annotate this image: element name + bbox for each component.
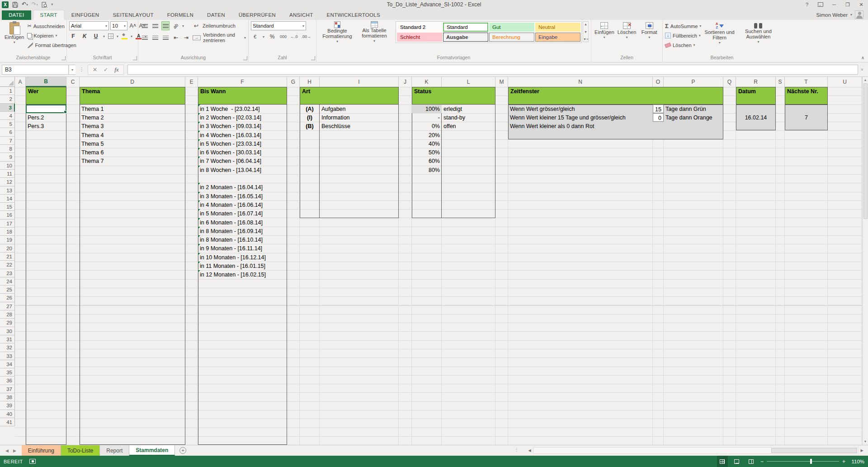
conditional-formatting-button[interactable]: Bedingte Formatierung▾ bbox=[319, 21, 356, 44]
cell-K6[interactable]: 20% bbox=[412, 131, 442, 139]
cell-D8[interactable]: Thema 6 bbox=[80, 148, 185, 157]
cell-F12[interactable]: in 2 Monaten - [16.04.14] bbox=[198, 183, 287, 191]
cell-H3[interactable]: (A) bbox=[300, 105, 320, 113]
datum-value[interactable]: 16.02.14 bbox=[736, 105, 776, 131]
cell-K4[interactable]: - bbox=[412, 113, 442, 122]
row-header-39[interactable]: 39 bbox=[0, 401, 15, 410]
cell-P3[interactable]: Tage dann Grün bbox=[664, 105, 723, 113]
cell-K7[interactable]: 40% bbox=[412, 139, 442, 148]
row-header-34[interactable]: 34 bbox=[0, 360, 15, 368]
ribbon-tab-start[interactable]: START bbox=[33, 10, 65, 20]
print-preview-icon[interactable] bbox=[42, 2, 47, 8]
cell-N3[interactable]: Wenn Wert grösser/gleich bbox=[508, 105, 653, 113]
cell-F18[interactable]: in 8 Monaten - [16.10.14] bbox=[198, 235, 287, 244]
row-header-38[interactable]: 38 bbox=[0, 393, 15, 401]
row-header-11[interactable]: 11 bbox=[0, 170, 15, 178]
font-family-select[interactable]: Arial▾ bbox=[69, 21, 109, 30]
column-header-S[interactable]: S bbox=[776, 77, 785, 87]
cell-F21[interactable]: in 11 Monaten - [16.01.15] bbox=[198, 262, 287, 270]
naechste-nr-value[interactable]: 7 bbox=[785, 105, 828, 131]
cell-F8[interactable]: in 6 Wochen - [30.03.14] bbox=[198, 148, 287, 157]
align-center-icon[interactable] bbox=[151, 33, 159, 42]
align-top-icon[interactable] bbox=[141, 21, 149, 30]
borders-icon[interactable] bbox=[108, 33, 113, 39]
column-header-P[interactable]: P bbox=[664, 77, 723, 87]
font-dialog-launcher[interactable] bbox=[133, 56, 137, 60]
row-header-8[interactable]: 8 bbox=[0, 145, 15, 153]
column-header-J[interactable]: J bbox=[399, 77, 412, 87]
horizontal-scroll-track[interactable] bbox=[533, 447, 859, 454]
scroll-left-icon[interactable]: ◀ bbox=[526, 448, 533, 453]
column-header-G[interactable]: G bbox=[287, 77, 300, 87]
align-left-icon[interactable] bbox=[141, 33, 149, 42]
row-header-28[interactable]: 28 bbox=[0, 310, 15, 319]
ribbon-tab-überprüfen[interactable]: ÜBERPRÜFEN bbox=[232, 10, 283, 20]
cell-H5[interactable]: (B) bbox=[300, 122, 320, 130]
row-header-12[interactable]: 12 bbox=[0, 178, 15, 186]
gallery-down-icon[interactable]: ▼ bbox=[584, 30, 587, 33]
name-box[interactable]: B3 bbox=[2, 65, 69, 75]
cell-L5[interactable]: offen bbox=[442, 122, 495, 130]
ribbon-tab-entwicklertools[interactable]: ENTWICKLERTOOLS bbox=[320, 10, 387, 20]
increase-decimal-icon[interactable]: ←.0 bbox=[290, 34, 298, 39]
page-break-view-button[interactable] bbox=[746, 456, 757, 467]
cell-F10[interactable]: in 8 Wochen - [13.04.14] bbox=[198, 166, 287, 174]
ribbon-tab-datei[interactable]: DATEI bbox=[2, 10, 31, 20]
format-cells-button[interactable]: Format▾ bbox=[638, 21, 660, 39]
cell-F7[interactable]: in 5 Wochen - [23.03.14] bbox=[198, 139, 287, 148]
cell-style-berechnung[interactable]: Berechnung bbox=[489, 33, 534, 42]
find-select-button[interactable]: Suchen und Auswählen▾ bbox=[738, 21, 779, 45]
column-header-C[interactable]: C bbox=[66, 77, 80, 87]
sheet-tab-einführung[interactable]: Einführung bbox=[22, 445, 61, 456]
row-header-19[interactable]: 19 bbox=[0, 236, 15, 244]
insert-function-icon[interactable]: fx bbox=[114, 66, 118, 73]
cell-F5[interactable]: in 3 Wochen - [09.03.14] bbox=[198, 122, 287, 130]
zoom-slider[interactable] bbox=[767, 461, 839, 462]
font-size-select[interactable]: 10▾ bbox=[110, 21, 127, 30]
cell-K8[interactable]: 50% bbox=[412, 148, 442, 157]
row-header-1[interactable]: 1 bbox=[0, 87, 15, 95]
cell-L3[interactable]: erledigt bbox=[442, 105, 495, 113]
horizontal-scrollbar[interactable]: ◀ ▶ bbox=[526, 447, 865, 454]
enter-formula-icon[interactable]: ✓ bbox=[104, 67, 108, 73]
help-button[interactable]: ? bbox=[800, 0, 814, 9]
wrap-text-button[interactable]: Zeilenumbruch bbox=[203, 23, 236, 29]
paste-button[interactable]: Einfügen▾ bbox=[2, 21, 26, 46]
cell-K5[interactable]: 0% bbox=[412, 122, 442, 130]
ribbon-tab-ansicht[interactable]: ANSICHT bbox=[283, 10, 320, 20]
orientation-icon[interactable]: ab bbox=[172, 21, 180, 30]
gallery-more-icon[interactable]: ▼≡ bbox=[583, 38, 588, 41]
cell-D6[interactable]: Thema 4 bbox=[80, 131, 185, 139]
minimize-button[interactable]: ─ bbox=[827, 0, 841, 9]
cell-K3[interactable]: 100% bbox=[412, 105, 442, 113]
row-header-18[interactable]: 18 bbox=[0, 228, 15, 236]
row-header-15[interactable]: 15 bbox=[0, 203, 15, 211]
row-header-35[interactable]: 35 bbox=[0, 368, 15, 376]
sheet-tab-stammdaten[interactable]: Stammdaten bbox=[129, 445, 175, 456]
row-header-36[interactable]: 36 bbox=[0, 376, 15, 385]
cell-style-standard[interactable]: Standard bbox=[443, 23, 488, 32]
ribbon-display-options-button[interactable] bbox=[814, 0, 827, 9]
cell-B4[interactable]: Pers.2 bbox=[26, 113, 66, 122]
row-header-23[interactable]: 23 bbox=[0, 269, 15, 277]
cell-D5[interactable]: Thema 3 bbox=[80, 122, 185, 130]
alignment-dialog-launcher[interactable] bbox=[243, 56, 247, 60]
row-header-26[interactable]: 26 bbox=[0, 294, 15, 302]
row-header-2[interactable]: 2 bbox=[0, 95, 15, 103]
cell-K9[interactable]: 60% bbox=[412, 157, 442, 165]
zoom-percentage[interactable]: 110% bbox=[849, 459, 864, 464]
increase-indent-icon[interactable]: ⇥ bbox=[182, 33, 190, 42]
scroll-down-icon[interactable]: ▼ bbox=[864, 438, 867, 445]
sheet-tab-report[interactable]: Report bbox=[100, 445, 129, 456]
row-header-16[interactable]: 16 bbox=[0, 211, 15, 219]
column-header-A[interactable]: A bbox=[15, 77, 26, 87]
ribbon-tab-einfügen[interactable]: EINFÜGEN bbox=[65, 10, 106, 20]
cell-F20[interactable]: in 10 Monaten - [16.12.14] bbox=[198, 253, 287, 262]
cell-P4[interactable]: Tage dann Orange bbox=[664, 113, 723, 122]
row-header-13[interactable]: 13 bbox=[0, 186, 15, 195]
column-header-Q[interactable]: Q bbox=[723, 77, 736, 87]
cell-F3[interactable]: in 1 Woche - [23.02.14] bbox=[198, 105, 287, 113]
align-bottom-icon[interactable] bbox=[161, 21, 170, 30]
format-as-table-button[interactable]: Als Tabelle formatieren▾ bbox=[356, 21, 393, 44]
grid-canvas[interactable]: WerThemaBis WannArtStatusZeitfensterDatu… bbox=[15, 87, 862, 445]
